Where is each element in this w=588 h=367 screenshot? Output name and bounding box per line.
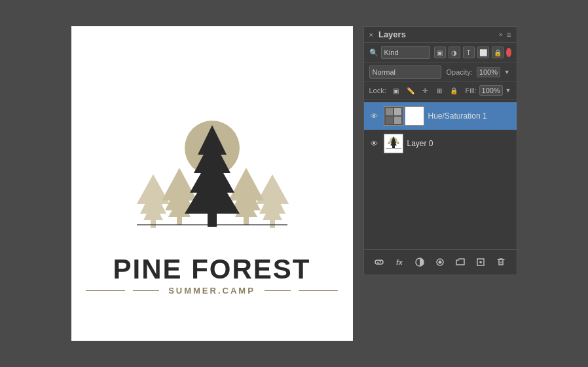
eye-icon: 👁 — [371, 112, 378, 120]
lock-row: Lock: ▣ ✏️ ✛ ⊞ 🔒 Fill: 100% ▼ — [364, 82, 517, 100]
filter-adjustment-button[interactable]: ◑ — [449, 47, 460, 58]
svg-rect-27 — [394, 117, 401, 124]
panel-close-button[interactable]: × — [369, 31, 373, 39]
logo-svg — [101, 69, 323, 253]
panel-toolbar: fx — [364, 249, 517, 275]
lock-image-button[interactable]: ✏️ — [405, 85, 416, 96]
filter-smart-button[interactable]: 🔒 — [492, 47, 504, 58]
main-container: PINE FOREST SUMMER.CAMP × Layers » ≡ — [58, 13, 530, 354]
svg-rect-8 — [177, 217, 182, 225]
opacity-value[interactable]: 100% — [477, 67, 500, 77]
mask-thumb — [405, 106, 424, 126]
filter-row: 🔍 Kind Name Effect Mode Attribute Color … — [364, 43, 517, 63]
lock-artboards-button[interactable]: ⊞ — [433, 85, 445, 96]
blend-mode-row: Normal Dissolve Multiply Screen Overlay … — [364, 63, 517, 82]
svg-marker-7 — [162, 168, 197, 201]
fx-button[interactable]: fx — [392, 255, 407, 269]
layers-panel: × Layers » ≡ 🔍 Kind Name Effect Mode Att… — [363, 26, 517, 275]
new-fill-layer-button[interactable] — [413, 255, 427, 269]
layer-name: Layer 0 — [407, 139, 511, 148]
blend-select-wrapper: Normal Dissolve Multiply Screen Overlay … — [369, 66, 441, 79]
delete-layer-button[interactable] — [494, 255, 508, 269]
fill-label: Fill: — [465, 87, 476, 94]
opacity-arrow[interactable]: ▼ — [504, 69, 510, 75]
panel-title: Layers — [378, 29, 406, 39]
lock-position-button[interactable]: ✛ — [419, 85, 431, 96]
panel-menu-button[interactable]: ≡ — [506, 30, 511, 39]
filter-kind-select[interactable]: Kind Name Effect Mode Attribute Color Sm… — [381, 46, 430, 59]
layer-visibility-toggle[interactable]: 👁 — [369, 111, 380, 121]
add-mask-button[interactable] — [433, 255, 447, 269]
filter-type-button[interactable]: T — [463, 47, 475, 58]
svg-point-39 — [439, 261, 442, 264]
svg-rect-16 — [244, 217, 249, 225]
fill-arrow[interactable]: ▼ — [505, 87, 511, 94]
opacity-label: Opacity: — [447, 68, 473, 76]
divider-area: SUMMER.CAMP — [86, 286, 338, 296]
layer-visibility-toggle[interactable]: 👁 — [369, 138, 380, 149]
link-button[interactable] — [372, 255, 386, 269]
logo-text-area: PINE FOREST SUMMER.CAMP — [86, 256, 338, 298]
canvas-area: PINE FOREST SUMMER.CAMP — [71, 26, 353, 341]
search-icon: 🔍 — [369, 48, 378, 57]
logo-sub-text: SUMMER.CAMP — [168, 286, 255, 296]
create-group-button[interactable] — [453, 255, 468, 269]
logo-content: PINE FOREST SUMMER.CAMP — [71, 69, 353, 298]
new-layer-button[interactable] — [473, 255, 488, 269]
filter-shape-button[interactable]: ⬜ — [477, 47, 489, 58]
adjustment-layer-thumb — [384, 106, 403, 126]
svg-marker-15 — [229, 168, 264, 201]
layer-thumb-container — [384, 106, 424, 126]
lock-label: Lock: — [369, 87, 386, 94]
layer-item[interactable]: 👁 — [364, 130, 517, 157]
fill-value[interactable]: 100% — [479, 85, 503, 96]
svg-rect-36 — [386, 148, 401, 149]
filter-toggle[interactable] — [506, 48, 511, 57]
svg-rect-33 — [392, 145, 395, 148]
layer-item[interactable]: 👁 Hue/Saturation 1 — [364, 102, 517, 130]
lock-transparent-button[interactable]: ▣ — [390, 85, 402, 96]
filter-pixel-button[interactable]: ▣ — [434, 47, 446, 58]
blend-mode-select[interactable]: Normal Dissolve Multiply Screen Overlay … — [369, 66, 441, 79]
panel-header-left: × Layers — [369, 29, 406, 39]
eye-icon: 👁 — [371, 140, 378, 147]
panel-header: × Layers » ≡ — [364, 27, 517, 43]
svg-rect-22 — [137, 224, 287, 225]
svg-rect-25 — [394, 108, 401, 115]
layer-name: Hue/Saturation 1 — [428, 111, 511, 121]
svg-rect-26 — [386, 117, 393, 124]
layers-list: 👁 Hue/Saturation 1 — [364, 100, 517, 249]
svg-rect-24 — [386, 108, 393, 115]
filter-select-wrapper: Kind Name Effect Mode Attribute Color Sm… — [381, 46, 430, 59]
panel-collapse-button[interactable]: » — [499, 31, 503, 38]
image-layer-thumb — [384, 134, 403, 153]
lock-all-button[interactable]: 🔒 — [448, 85, 460, 96]
filter-icons-row: ▣ ◑ T ⬜ 🔒 — [434, 47, 504, 58]
layer-thumb-container — [384, 134, 403, 153]
logo-main-text: PINE FOREST — [86, 256, 338, 283]
